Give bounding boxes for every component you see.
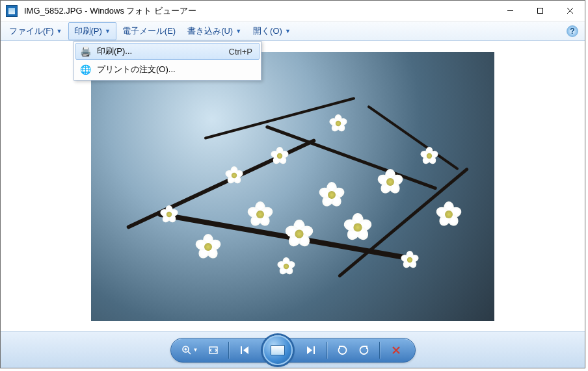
menu-email[interactable]: 電子メール(E) — [116, 22, 181, 40]
chevron-down-icon: ▼ — [235, 28, 241, 34]
dropdown-order-prints[interactable]: 🌐 プリントの注文(O)... — [76, 61, 259, 78]
chevron-down-icon: ▼ — [105, 28, 111, 34]
previous-button[interactable] — [234, 340, 256, 360]
app-icon — [6, 5, 18, 17]
minimize-button[interactable] — [495, 1, 525, 21]
close-button[interactable] — [555, 1, 585, 21]
titlebar[interactable]: IMG_5852.JPG - Windows フォト ビューアー — [1, 1, 585, 21]
rotate-ccw-button[interactable] — [332, 340, 352, 360]
menu-file[interactable]: ファイル(F)▼ — [3, 22, 68, 40]
menu-print[interactable]: 印刷(P)▼ — [68, 22, 116, 40]
delete-button[interactable] — [385, 340, 407, 360]
svg-rect-1 — [537, 8, 542, 14]
fit-button[interactable] — [204, 340, 223, 360]
image-viewport — [1, 41, 585, 331]
dropdown-print[interactable]: 🖨️ 印刷(P)... Ctrl+P — [75, 43, 260, 60]
app-window: IMG_5852.JPG - Windows フォト ビューアー ファイル(F)… — [0, 0, 585, 368]
svg-rect-9 — [241, 346, 242, 354]
globe-icon: 🌐 — [76, 64, 94, 75]
print-dropdown: 🖨️ 印刷(P)... Ctrl+P 🌐 プリントの注文(O)... — [74, 41, 261, 81]
svg-rect-12 — [314, 346, 315, 354]
menu-open[interactable]: 開く(O)▼ — [247, 22, 297, 40]
toolbar-inner: ▼ — [170, 338, 416, 363]
svg-marker-11 — [307, 346, 312, 354]
chevron-down-icon: ▼ — [285, 28, 291, 34]
chevron-down-icon: ▼ — [57, 28, 62, 34]
next-button[interactable] — [299, 340, 321, 360]
menubar: ファイル(F)▼ 印刷(P)▼ 電子メール(E) 書き込み(U)▼ 開く(O)▼… — [1, 21, 585, 41]
svg-line-5 — [188, 352, 191, 354]
bottom-toolbar: ▼ — [1, 331, 585, 368]
maximize-button[interactable] — [525, 1, 555, 21]
window-title: IMG_5852.JPG - Windows フォト ビューアー — [21, 5, 199, 17]
dropdown-print-label: 印刷(P)... — [94, 45, 229, 57]
help-button[interactable]: ? — [567, 25, 578, 37]
chevron-down-icon: ▼ — [193, 347, 198, 353]
photo — [91, 52, 494, 321]
zoom-button[interactable]: ▼ — [179, 340, 201, 360]
rotate-cw-button[interactable] — [354, 340, 374, 360]
slideshow-icon — [271, 345, 285, 355]
svg-marker-10 — [243, 346, 248, 354]
slideshow-button[interactable] — [263, 335, 293, 365]
printer-icon: 🖨️ — [76, 46, 94, 57]
dropdown-print-shortcut: Ctrl+P — [229, 47, 259, 57]
dropdown-order-label: プリントの注文(O)... — [94, 64, 259, 75]
menu-write[interactable]: 書き込み(U)▼ — [181, 22, 247, 40]
